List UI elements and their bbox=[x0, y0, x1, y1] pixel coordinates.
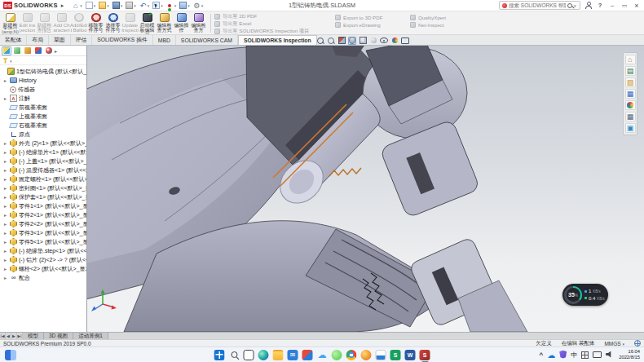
tray-icon[interactable] bbox=[606, 351, 613, 358]
search-input[interactable] bbox=[509, 2, 566, 8]
quick-access-icon[interactable] bbox=[72, 2, 79, 9]
expand-arrow-icon[interactable] bbox=[4, 186, 10, 191]
taskbar-icon[interactable] bbox=[420, 350, 430, 360]
chevron-down-icon[interactable] bbox=[94, 2, 96, 9]
quick-access-icon[interactable] bbox=[99, 2, 106, 9]
tray-icon[interactable] bbox=[559, 351, 567, 359]
tree-item[interactable]: 原点 bbox=[0, 130, 86, 139]
tree-item[interactable]: 右视基准面 bbox=[0, 121, 86, 130]
system-monitor-overlay[interactable]: 35% 1 KB/s 0.4 KB/s bbox=[562, 284, 608, 306]
ribbon-button[interactable]: 新建检查项目 (amp;N) bbox=[2, 12, 19, 34]
taskbar-clock[interactable]: 16:04 2022/8/15 bbox=[617, 349, 640, 360]
taskpane-icon[interactable] bbox=[625, 55, 636, 64]
help-icon[interactable] bbox=[596, 2, 604, 10]
quick-access-item[interactable] bbox=[86, 2, 96, 9]
expand-arrow-icon[interactable] bbox=[4, 240, 10, 245]
model-3d[interactable] bbox=[87, 46, 644, 332]
expand-arrow-icon[interactable] bbox=[4, 150, 10, 155]
commandmanager-tab[interactable]: SOLIDWORKS Inspection bbox=[238, 35, 317, 45]
tree-item[interactable]: 上视基准面 bbox=[0, 112, 86, 121]
expand-arrow-icon[interactable] bbox=[4, 141, 10, 146]
ribbon-button[interactable]: Add/Edit Balloons bbox=[70, 12, 87, 34]
expand-arrow-icon[interactable] bbox=[4, 96, 10, 101]
graphics-viewport[interactable]: 35% 1 KB/s 0.4 KB/s bbox=[87, 46, 644, 332]
tree-item[interactable]: 零件2<2> (默认<<默认>_显示状态 bbox=[0, 219, 86, 228]
expand-arrow-icon[interactable] bbox=[4, 267, 10, 272]
tree-item[interactable]: 前视基准面 bbox=[0, 103, 86, 112]
expand-arrow-icon[interactable] bbox=[4, 258, 10, 263]
chevron-down-icon[interactable] bbox=[187, 2, 190, 9]
minimize-button[interactable] bbox=[608, 2, 616, 10]
quick-access-icon[interactable] bbox=[139, 2, 147, 9]
units-selector[interactable]: MMGS bbox=[604, 341, 624, 347]
expand-arrow-icon[interactable] bbox=[4, 213, 10, 218]
document-tab[interactable]: 3D 视图 bbox=[44, 333, 73, 339]
quick-access-item[interactable] bbox=[126, 2, 136, 9]
quick-access-item[interactable] bbox=[193, 2, 204, 9]
quick-access-item[interactable] bbox=[139, 2, 150, 9]
ime-language-indicator[interactable]: 中 bbox=[571, 351, 577, 360]
expand-arrow-icon[interactable] bbox=[4, 159, 10, 164]
commandmanager-tab[interactable]: 草图 bbox=[49, 35, 71, 45]
quick-access-item[interactable] bbox=[166, 2, 177, 9]
taskbar-icon[interactable] bbox=[258, 350, 269, 360]
chevron-down-icon[interactable] bbox=[174, 2, 177, 9]
tree-item[interactable]: (-) 铝片 (2)<2> -> ? (默认<<默认 bbox=[0, 255, 86, 264]
commandmanager-tab[interactable]: 布局 bbox=[27, 35, 49, 45]
export-menu-item[interactable]: 导出至 SOLIDWORKS Inspection 项目 bbox=[214, 28, 335, 34]
ribbon-button[interactable]: Edit Inspection Project bbox=[19, 12, 36, 34]
headsup-icon[interactable] bbox=[359, 37, 367, 45]
expand-arrow-icon[interactable] bbox=[4, 276, 10, 280]
tray-icon[interactable] bbox=[593, 351, 602, 358]
export-menu-item[interactable]: Net-Inspect bbox=[410, 21, 470, 28]
document-tab[interactable]: 模型 bbox=[23, 333, 44, 339]
taskbar-icon[interactable] bbox=[346, 350, 357, 360]
quick-access-item[interactable] bbox=[72, 2, 82, 9]
tree-item[interactable]: 零件5<1> (默认<<默认>_显示状态 bbox=[0, 237, 86, 246]
chevron-down-icon[interactable] bbox=[161, 2, 163, 9]
ribbon-button[interactable]: Add Characteristic bbox=[53, 12, 70, 34]
expand-arrow-icon[interactable] bbox=[4, 231, 10, 236]
tray-icon[interactable] bbox=[581, 351, 589, 359]
taskpane-icon[interactable] bbox=[625, 66, 636, 76]
expand-arrow-icon[interactable] bbox=[4, 249, 10, 254]
taskbar-icon[interactable] bbox=[390, 350, 401, 360]
export-menu-item[interactable]: Export to 3D PDF bbox=[335, 14, 410, 20]
taskbar-icon[interactable] bbox=[376, 350, 386, 360]
ribbon-button[interactable]: 编辑检查方式 bbox=[156, 12, 173, 34]
commandmanager-tab[interactable]: SOLIDWORKS CAM bbox=[176, 35, 238, 45]
taskpane-icon[interactable] bbox=[625, 112, 636, 121]
panel-tabs-overflow-icon[interactable] bbox=[55, 47, 57, 55]
chevron-down-icon[interactable] bbox=[134, 2, 136, 9]
expand-arrow-icon[interactable] bbox=[4, 222, 10, 227]
ribbon-button[interactable]: Update Inspection Project bbox=[121, 12, 139, 34]
tab-scroll-next[interactable] bbox=[11, 333, 17, 339]
taskpane-icon[interactable] bbox=[625, 77, 636, 87]
tab-scroll-last[interactable] bbox=[17, 333, 23, 339]
tray-icon[interactable] bbox=[540, 351, 544, 360]
restore-button[interactable] bbox=[620, 2, 629, 10]
commandmanager-tab[interactable]: 装配体 bbox=[0, 35, 27, 45]
taskpane-icon[interactable] bbox=[625, 100, 636, 110]
tree-root-item[interactable]: 1型铝铸热电偶 (默认<默认_显示状态-1 bbox=[0, 67, 86, 76]
tab-scroll-first[interactable] bbox=[0, 333, 6, 339]
tree-item[interactable]: 外壳 (2)<1> (默认<<默认>_显示状 bbox=[0, 139, 86, 148]
headsup-icon[interactable] bbox=[327, 37, 335, 45]
quick-access-icon[interactable] bbox=[166, 2, 174, 9]
dimxpertmanager-tab[interactable] bbox=[33, 46, 43, 55]
headsup-icon[interactable] bbox=[401, 37, 409, 45]
tree-item[interactable]: 传感器 bbox=[0, 85, 86, 94]
tree-item[interactable]: (-) 温度传感器<1> (默认<<默认>_ bbox=[0, 166, 86, 174]
taskbar-icon[interactable] bbox=[302, 350, 313, 360]
close-button[interactable] bbox=[633, 2, 641, 10]
chevron-down-icon[interactable] bbox=[80, 2, 82, 9]
propertymanager-tab[interactable] bbox=[12, 46, 22, 55]
headsup-icon[interactable] bbox=[337, 37, 346, 45]
taskbar-icon[interactable] bbox=[229, 350, 240, 360]
quick-access-item[interactable] bbox=[152, 2, 163, 9]
taskbar-icon[interactable] bbox=[317, 350, 328, 360]
chevron-down-icon[interactable] bbox=[107, 2, 109, 9]
search-icon[interactable] bbox=[567, 3, 572, 8]
headsup-icon[interactable] bbox=[390, 37, 399, 45]
ribbon-button[interactable]: 编辑检查方 bbox=[190, 12, 207, 34]
